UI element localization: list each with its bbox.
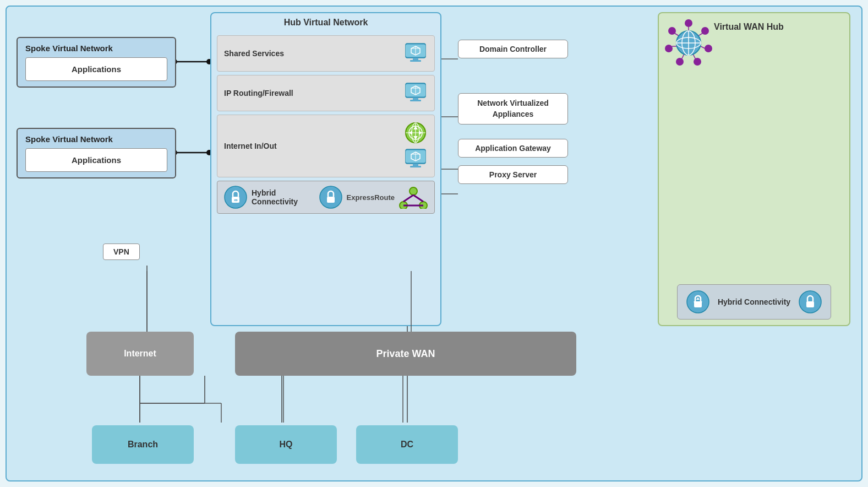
- svg-point-64: [676, 58, 684, 66]
- hub-expressroute-lock-icon: [319, 186, 342, 209]
- svg-rect-47: [413, 164, 418, 166]
- shared-services-row: Shared Services: [217, 35, 435, 72]
- spoke1-title: Spoke Virtual Network: [25, 44, 167, 53]
- hub-hybrid-lock-icon: ⇔: [224, 186, 247, 209]
- svg-rect-53: [327, 197, 335, 203]
- svg-line-69: [701, 46, 705, 48]
- svg-rect-31: [413, 98, 418, 100]
- network-virtualized-box: Network VirtualizedAppliances: [458, 93, 568, 125]
- svg-point-65: [665, 45, 673, 52]
- vwan-globe-area: [664, 19, 714, 68]
- app-gateway-icon: [403, 121, 428, 145]
- shared-services-label: Shared Services: [224, 49, 398, 58]
- vwan-hybrid-lock2-icon: [799, 290, 822, 313]
- svg-point-63: [694, 58, 701, 66]
- svg-line-71: [681, 54, 684, 59]
- svg-line-58: [413, 195, 423, 202]
- hub-hybrid-label: Hybrid Connectivity: [252, 188, 315, 206]
- svg-line-70: [693, 54, 696, 59]
- hub-box: Hub Virtual Network Shared Services IP R…: [210, 12, 441, 326]
- svg-rect-48: [410, 166, 421, 167]
- vwan-box: Virtual WAN Hub Hybrid Connectivity: [658, 12, 850, 326]
- svg-rect-25: [410, 60, 421, 62]
- vwan-hybrid-lock1-icon: [686, 290, 709, 313]
- svg-rect-86: [806, 301, 814, 307]
- svg-rect-24: [413, 58, 418, 60]
- vwan-title: Virtual WAN Hub: [714, 22, 849, 32]
- internet-box: Internet: [86, 332, 194, 376]
- internet-inout-row: Internet In/Out: [217, 115, 435, 177]
- expressroute-icon: [399, 186, 428, 209]
- hub-title: Hub Virtual Network: [211, 13, 440, 32]
- ip-routing-icon: [403, 81, 428, 105]
- svg-text:⇔: ⇔: [234, 198, 238, 203]
- private-wan-box: Private WAN: [235, 332, 576, 376]
- spoke2-title: Spoke Virtual Network: [25, 134, 167, 144]
- spoke2-box: Spoke Virtual Network Applications: [17, 128, 176, 178]
- spoke1-box: Spoke Virtual Network Applications: [17, 37, 176, 88]
- spoke2-apps: Applications: [25, 148, 167, 172]
- hq-box: HQ: [235, 425, 337, 464]
- internet-inout-label: Internet In/Out: [224, 142, 398, 150]
- svg-point-60: [685, 19, 692, 27]
- vwan-globe-icon: [664, 19, 713, 67]
- ip-routing-row: IP Routing/Firewall: [217, 75, 435, 111]
- application-gateway-box: Application Gateway: [458, 139, 568, 158]
- expressroute-label: ExpressRoute: [347, 193, 395, 202]
- domain-controller-box: Domain Controller: [458, 40, 568, 58]
- spoke1-apps: Applications: [25, 57, 167, 81]
- proxy-server-box: Proxy Server: [458, 165, 568, 184]
- branch-box: Branch: [92, 425, 194, 464]
- main-diagram: Spoke Virtual Network Applications Spoke…: [6, 6, 862, 481]
- svg-point-62: [705, 45, 712, 52]
- vwan-hybrid-label: Hybrid Connectivity: [714, 297, 794, 306]
- right-labels-area: Domain Controller Network VirtualizedApp…: [458, 40, 568, 188]
- vpn-label: VPN: [103, 244, 140, 260]
- ip-routing-label: IP Routing/Firewall: [224, 89, 398, 98]
- dc-box: DC: [356, 425, 458, 464]
- vwan-hybrid-row: Hybrid Connectivity: [677, 284, 831, 320]
- svg-point-54: [410, 187, 417, 195]
- hub-hybrid-row: ⇔ Hybrid Connectivity ExpressRoute: [217, 181, 435, 214]
- shared-services-icon: [403, 41, 428, 66]
- proxy-server-icon: [403, 147, 428, 171]
- svg-rect-32: [410, 100, 421, 101]
- svg-line-57: [403, 195, 413, 202]
